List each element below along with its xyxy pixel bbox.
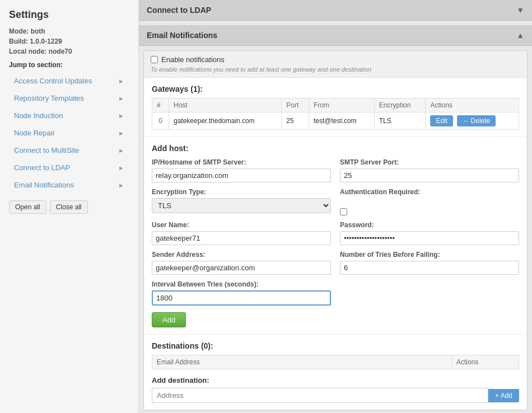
username-input[interactable] <box>152 231 331 245</box>
chevron-right-icon: ► <box>118 78 124 85</box>
destinations-title: Destinations (0): <box>152 341 519 350</box>
dest-col-actions: Actions <box>452 355 519 369</box>
auth-required-label: Authentication Required: <box>340 188 519 196</box>
col-encryption: Encryption <box>374 98 426 112</box>
add-dest-row: + Add <box>152 388 519 403</box>
close-all-button[interactable]: Close all <box>50 200 88 214</box>
destinations-table: Email Address Actions <box>152 355 519 369</box>
ip-hostname-input[interactable] <box>152 168 331 182</box>
enable-notifications-label[interactable]: Enable notifications <box>151 55 520 64</box>
gateway-from: test@test.com <box>309 112 374 130</box>
main-content: Connect to LDAP ▼ Email Notifications ▲ … <box>139 0 532 413</box>
encryption-type-label: Encryption Type: <box>152 188 331 196</box>
open-all-button[interactable]: Open all <box>9 200 46 214</box>
build-meta: Build: 1.0.0-1229 <box>9 37 129 45</box>
enable-note: To enable notifications you need to add … <box>151 66 520 73</box>
smtp-port-input[interactable] <box>340 168 519 182</box>
sidebar-item-connect-ldap[interactable]: Connect to LDAP ► <box>9 159 129 176</box>
auth-required-checkbox[interactable] <box>340 208 347 215</box>
col-port: Port <box>282 98 309 112</box>
gateways-table: # Host Port From Encryption Actions 0 ga… <box>152 98 519 130</box>
password-group: Password: <box>340 221 519 245</box>
expand-icon: ▲ <box>516 31 524 40</box>
ip-hostname-group: IP/Hostname of SMTP Server: <box>152 158 331 182</box>
interval-group: Interval Between Tries (seconds): <box>152 280 331 306</box>
enable-notifications-row: Enable notifications To enable notificat… <box>144 51 527 78</box>
interval-label: Interval Between Tries (seconds): <box>152 280 331 288</box>
add-destination-section: Add destination: + Add <box>152 376 519 403</box>
sidebar-item-node-induction[interactable]: Node Induction ► <box>9 107 129 124</box>
collapse-icon: ▼ <box>516 6 524 15</box>
gateways-section: Gateways (1): # Host Port From Encryptio… <box>144 78 527 137</box>
smtp-port-label: SMTP Server Port: <box>340 158 519 166</box>
sender-address-label: Sender Address: <box>152 251 331 259</box>
username-label: User Name: <box>152 221 331 229</box>
sidebar-nav: Access Control Updates ► Repository Temp… <box>9 72 129 194</box>
node-meta: Local node: node70 <box>9 48 129 55</box>
tries-group: Number of Tries Before Failing: <box>340 251 519 275</box>
add-dest-title: Add destination: <box>152 376 519 384</box>
gateway-num: 0 <box>152 112 169 130</box>
sidebar-buttons: Open all Close all <box>9 200 129 214</box>
ip-hostname-label: IP/Hostname of SMTP Server: <box>152 158 331 166</box>
sidebar-item-connect-multisite[interactable]: Connect to MultiSite ► <box>9 142 129 159</box>
email-notifications-title: Email Notifications <box>147 31 217 40</box>
sidebar-item-email-notifications[interactable]: Email Notifications ► <box>9 176 129 194</box>
delete-gateway-button[interactable]: Delete <box>457 115 496 126</box>
email-notifications-panel: Enable notifications To enable notificat… <box>143 50 528 410</box>
chevron-right-icon: ► <box>118 95 124 102</box>
sender-address-group: Sender Address: <box>152 251 331 275</box>
smtp-port-group: SMTP Server Port: <box>340 158 519 182</box>
chevron-right-icon: ► <box>118 147 124 154</box>
password-label: Password: <box>340 221 519 229</box>
dest-col-email: Email Address <box>152 355 452 369</box>
add-host-section: Add host: IP/Hostname of SMTP Server: SM… <box>144 137 527 334</box>
gateway-actions: Edit Delete <box>426 112 519 130</box>
chevron-right-icon: ► <box>118 182 124 189</box>
add-dest-button[interactable]: + Add <box>488 389 519 402</box>
tries-input[interactable] <box>340 261 519 275</box>
username-group: User Name: <box>152 221 331 245</box>
dest-address-input[interactable] <box>152 388 488 403</box>
interval-input[interactable] <box>152 290 331 306</box>
connect-ldap-header[interactable]: Connect to LDAP ▼ <box>139 0 532 21</box>
gateways-title: Gateways (1): <box>152 85 519 93</box>
sidebar: Settings Mode: both Build: 1.0.0-1229 Lo… <box>0 0 139 413</box>
sidebar-item-node-repair[interactable]: Node Repair ► <box>9 124 129 142</box>
jump-label: Jump to section: <box>9 61 129 69</box>
col-from: From <box>309 98 374 112</box>
password-input[interactable] <box>340 231 519 245</box>
gateway-port: 25 <box>282 112 309 130</box>
sidebar-title: Settings <box>9 9 129 21</box>
edit-gateway-button[interactable]: Edit <box>430 115 453 126</box>
email-notifications-header[interactable]: Email Notifications ▲ <box>139 25 532 46</box>
gateway-encryption: TLS <box>374 112 426 130</box>
add-gateway-button[interactable]: Add <box>152 312 186 327</box>
encryption-type-group: Encryption Type: None TLS SSL <box>152 188 331 215</box>
sidebar-item-access-control[interactable]: Access Control Updates ► <box>9 72 129 90</box>
mode-meta: Mode: both <box>9 27 129 35</box>
connect-ldap-title: Connect to LDAP <box>147 6 211 15</box>
gateway-host: gatekeeper.thedomain.com <box>169 112 282 130</box>
enable-notifications-checkbox[interactable] <box>151 56 158 63</box>
add-host-form: IP/Hostname of SMTP Server: SMTP Server … <box>152 158 519 306</box>
sidebar-item-repo-templates[interactable]: Repository Templates ► <box>9 90 129 107</box>
col-host: Host <box>169 98 282 112</box>
encryption-type-select[interactable]: None TLS SSL <box>152 198 331 213</box>
sender-address-input[interactable] <box>152 261 331 275</box>
chevron-right-icon: ► <box>118 130 124 137</box>
table-row: 0 gatekeeper.thedomain.com 25 test@test.… <box>152 112 519 130</box>
destinations-section: Destinations (0): Email Address Actions … <box>144 334 527 410</box>
col-actions: Actions <box>426 98 519 112</box>
chevron-right-icon: ► <box>118 112 124 119</box>
auth-required-group: Authentication Required: <box>340 188 519 215</box>
add-host-title: Add host: <box>152 144 519 153</box>
tries-label: Number of Tries Before Failing: <box>340 251 519 259</box>
col-num: # <box>152 98 169 112</box>
chevron-right-icon: ► <box>118 165 124 171</box>
